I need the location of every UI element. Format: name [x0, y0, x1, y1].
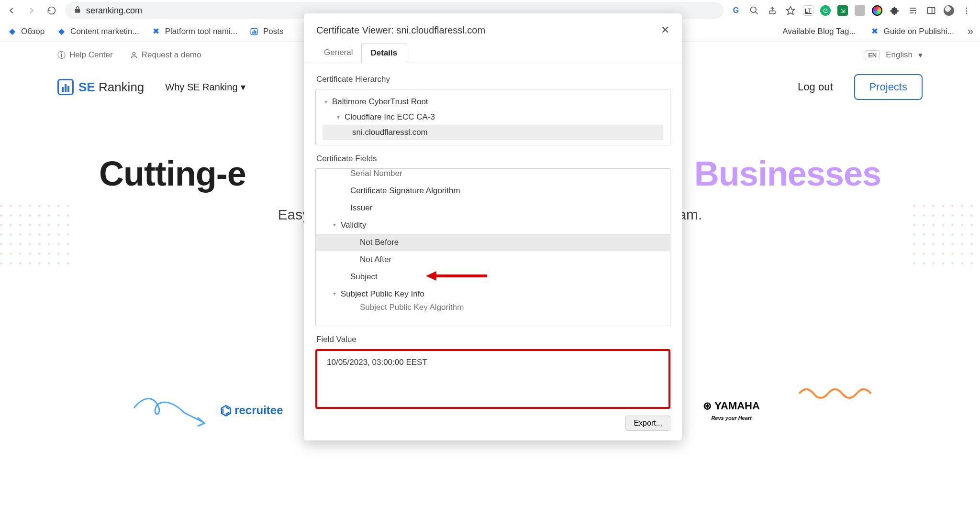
bookmark-label: Platform tool nami... — [165, 27, 237, 36]
logo-icon — [57, 79, 74, 95]
hierarchy-label-text: Baltimore CyberTrust Root — [332, 97, 428, 107]
field-not-before[interactable]: Not Before — [316, 234, 670, 251]
certificate-viewer-modal: Certificate Viewer: sni.cloudflaressl.co… — [304, 13, 682, 440]
svg-rect-7 — [928, 7, 935, 13]
nav-label: Why SE Ranking — [165, 82, 237, 93]
bookmark-label: Posts — [263, 27, 284, 36]
bookmark-item[interactable]: Posts — [249, 26, 284, 37]
recruitee-icon: ⌬ — [220, 403, 232, 418]
brand-recruitee: ⌬ recruitee — [220, 403, 283, 418]
squiggle-blue-icon — [132, 394, 213, 427]
hierarchy-label: Certificate Hierarchy — [316, 75, 669, 84]
hierarchy-label-text: Cloudflare Inc ECC CA-3 — [345, 112, 435, 122]
lock-icon — [74, 6, 81, 16]
bookmark-label: Content marketin... — [70, 27, 139, 36]
field-value-box: 10/05/2023, 03:00:00 EEST — [315, 349, 670, 409]
hierarchy-row-selected[interactable]: sni.cloudflaressl.com — [323, 125, 663, 140]
nav-why-se-ranking[interactable]: Why SE Ranking ▾ — [165, 81, 245, 93]
help-center-link[interactable]: ⓘ Help Center — [57, 50, 113, 61]
bookmark-item[interactable]: Available Blog Tag... — [782, 27, 856, 36]
logout-link[interactable]: Log out — [798, 81, 833, 93]
bookmark-item[interactable]: ◆ Content marketin... — [56, 26, 139, 37]
ext-lt-icon[interactable]: LT — [803, 5, 813, 16]
request-demo-label: Request a demo — [142, 50, 201, 60]
sidepanel-icon[interactable] — [925, 5, 937, 16]
person-icon — [130, 51, 138, 59]
squiggle-orange-icon — [798, 386, 880, 401]
bookmark-item[interactable]: ✖ Guide on Publishi... — [869, 26, 954, 37]
ext-grammarly-icon[interactable]: G — [820, 5, 831, 16]
chevron-down-icon: ▾ — [241, 81, 245, 93]
zoom-icon[interactable] — [748, 5, 760, 16]
chrome-menu-icon[interactable]: ⋮ — [961, 5, 972, 16]
bookmark-icon: ◆ — [56, 26, 67, 37]
logo-text: SE Ranking — [78, 80, 144, 95]
reload-button[interactable] — [45, 4, 58, 17]
brand-yamaha: ⊛ YAMAHA Revs your Heart — [703, 400, 760, 421]
field-value-label: Field Value — [316, 335, 669, 344]
bookmark-icon: ◆ — [7, 26, 17, 37]
bookmark-label: Обзор — [21, 27, 45, 36]
modal-title: Certificate Viewer: sni.cloudflaressl.co… — [316, 25, 485, 36]
google-icon[interactable]: G — [730, 5, 742, 16]
bookmark-item[interactable]: ✖ Platform tool nami... — [151, 26, 237, 37]
url-text: seranking.com — [86, 6, 142, 16]
request-demo-link[interactable]: Request a demo — [130, 50, 201, 61]
field-spki-alg[interactable]: Subject Public Key Algorithm — [316, 303, 670, 312]
hierarchy-row[interactable]: ▾Cloudflare Inc ECC CA-3 — [323, 110, 663, 125]
back-button[interactable] — [5, 4, 18, 17]
toolbar-icons: G LT G ⇲ ⋮ — [730, 5, 975, 16]
svg-marker-3 — [787, 7, 795, 15]
language-switcher[interactable]: EN English ▾ — [865, 50, 923, 60]
bookmark-label: Available Blog Tag... — [782, 27, 856, 36]
extensions-icon[interactable] — [889, 5, 901, 16]
lang-name: English — [886, 50, 913, 60]
hierarchy-box: ▾Baltimore CyberTrust Root ▾Cloudflare I… — [315, 89, 670, 145]
bookmark-label: Guide on Publishi... — [884, 27, 954, 36]
help-center-label: Help Center — [69, 50, 113, 60]
ext-green-icon[interactable]: ⇲ — [837, 5, 848, 16]
help-icon: ⓘ — [57, 50, 66, 61]
bookmark-icon: ✖ — [151, 26, 161, 37]
dot-decoration-left — [0, 205, 67, 265]
field-serial-number[interactable]: Serial Number — [316, 168, 670, 182]
share-icon[interactable] — [767, 5, 778, 16]
bookmark-icon: ✖ — [869, 26, 880, 37]
ext-rainbow-icon[interactable] — [872, 5, 882, 16]
forward-button[interactable] — [25, 4, 38, 17]
field-subject[interactable]: Subject — [316, 268, 670, 285]
field-validity[interactable]: Validity — [316, 217, 670, 234]
close-icon[interactable]: ✕ — [661, 24, 669, 36]
field-value-text: 10/05/2023, 03:00:00 EEST — [327, 358, 427, 367]
export-button[interactable]: Export... — [625, 416, 670, 431]
bookmark-overflow-icon[interactable]: » — [968, 25, 973, 38]
field-not-after[interactable]: Not After — [316, 251, 670, 268]
bookmark-item[interactable]: ◆ Обзор — [7, 26, 45, 37]
field-issuer[interactable]: Issuer — [316, 199, 670, 217]
fields-box[interactable]: Serial Number Certificate Signature Algo… — [315, 168, 670, 326]
profile-avatar[interactable] — [944, 5, 954, 16]
field-spki[interactable]: Subject Public Key Info — [316, 285, 670, 303]
hierarchy-label-text: sni.cloudflaressl.com — [352, 128, 428, 137]
svg-rect-10 — [252, 32, 253, 34]
bookmark-star-icon[interactable] — [785, 5, 796, 16]
logo[interactable]: SE Ranking — [57, 79, 144, 95]
bookmark-icon — [249, 26, 259, 37]
chevron-down-icon: ▾ — [918, 50, 923, 60]
cert-tabs: General Details — [304, 43, 682, 63]
field-sig-alg[interactable]: Certificate Signature Algorithm — [316, 182, 670, 199]
tab-details[interactable]: Details — [361, 43, 406, 63]
dot-decoration-right — [913, 205, 980, 265]
fields-label: Certificate Fields — [316, 154, 669, 164]
reading-list-icon[interactable] — [907, 5, 919, 16]
svg-rect-12 — [255, 31, 256, 33]
projects-button[interactable]: Projects — [854, 74, 923, 100]
yamaha-logo-icon: ⊛ — [703, 400, 712, 412]
hierarchy-row[interactable]: ▾Baltimore CyberTrust Root — [323, 94, 663, 110]
svg-point-13 — [133, 53, 135, 55]
svg-point-0 — [751, 7, 757, 13]
tab-general[interactable]: General — [315, 43, 361, 63]
ext-gray-icon[interactable] — [855, 5, 865, 16]
svg-rect-11 — [254, 30, 255, 34]
lang-code: EN — [865, 50, 880, 60]
